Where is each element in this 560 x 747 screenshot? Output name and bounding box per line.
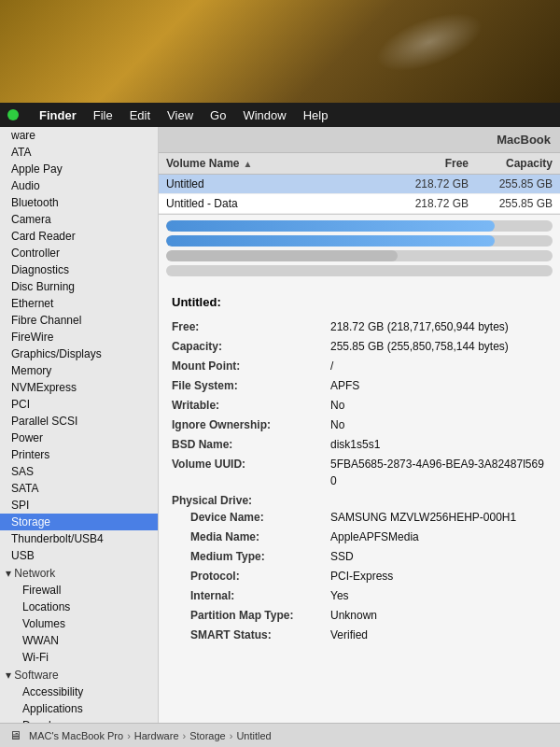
bar-fill-3 [166,250,398,261]
detail-row-1: Capacity:255.85 GB (255,850,758,144 byte… [172,338,547,355]
bar-row-1 [166,220,553,232]
menu-go[interactable]: Go [210,108,226,122]
volume-row-0[interactable]: Untitled 218.72 GB 255.85 GB [159,175,560,194]
volume-row-1[interactable]: Untitled - Data 218.72 GB 255.85 GB [159,194,560,214]
sidebar-item-accessibility[interactable]: Accessibility [0,684,158,700]
bar-track-1 [166,220,553,232]
bar-track-3 [166,250,553,261]
volume-table-header: Volume Name ▲ Free Capacity [159,153,560,175]
sidebar-item-memory[interactable]: Memory [0,362,158,379]
detail-row-physical-drive: Physical Drive: [172,492,547,509]
sidebar-item-sata[interactable]: SATA [0,480,158,497]
physical-drive-row-6: SMART Status:Verified [172,627,547,643]
physical-drive-rows: Device Name:SAMSUNG MZVLW256HEHP-000H1Me… [172,509,547,643]
sidebar-section-header-26[interactable]: ▾ Network [0,564,158,582]
window-titlebar: MacBook [159,127,560,153]
sidebar-item-bluetooth[interactable]: Bluetooth [0,194,158,211]
sidebar-item-firewire[interactable]: FireWire [0,329,158,345]
physical-drive-row-4: Internal:Yes [172,587,547,604]
sidebar-item-usb[interactable]: USB [0,547,158,564]
detail-row-3: File System:APFS [172,377,547,394]
menu-view[interactable]: View [167,108,193,122]
breadcrumb-item-2[interactable]: Storage [189,730,226,741]
col-name: Volume Name ▲ [166,157,385,170]
volume-cap-1: 255.85 GB [469,197,553,210]
detail-row-5: Ignore Ownership:No [172,416,547,433]
sidebar-item-audio[interactable]: Audio [0,177,158,194]
detail-row-2: Mount Point:/ [172,358,547,374]
bar-row-2 [166,235,553,247]
detail-row-6: BSD Name:disk1s5s1 [172,436,547,453]
sidebar-item-printers[interactable]: Printers [0,446,158,463]
sidebar-item-firewall[interactable]: Firewall [0,582,158,599]
volume-rows: Untitled 218.72 GB 255.85 GB Untitled - … [159,175,560,214]
menu-edit[interactable]: Edit [130,108,150,122]
computer-icon: 🖥 [9,728,21,742]
volume-cap-0: 255.85 GB [469,177,553,190]
sidebar-section-header-32[interactable]: ▾ Software [0,666,158,684]
detail-row-4: Writable:No [172,397,547,414]
physical-drive-row-0: Device Name:SAMSUNG MZVLW256HEHP-000H1 [172,509,547,526]
bar-track-4 [166,265,553,276]
sidebar-item-fibre-channel[interactable]: Fibre Channel [0,312,158,329]
menu-help[interactable]: Help [303,108,329,122]
menu-app-name: Finder [39,108,77,122]
sidebar-item-camera[interactable]: Camera [0,211,158,228]
col-capacity: Capacity [469,157,553,170]
physical-drive-row-2: Medium Type:SSD [172,548,547,565]
sidebar-item-thunderbolt-usb4[interactable]: Thunderbolt/USB4 [0,530,158,547]
volume-table: Volume Name ▲ Free Capacity Untitled 218… [159,153,560,215]
bar-row-3 [166,250,553,261]
sidebar-item-parallel-scsi[interactable]: Parallel SCSI [0,413,158,430]
detail-title: Untitled: [172,295,547,309]
breadcrumb-item-3[interactable]: Untitled [236,730,271,741]
sidebar-item-power[interactable]: Power [0,430,158,446]
storage-bars [159,215,560,286]
detail-rows: Free:218.72 GB (218,717,650,944 bytes)Ca… [172,318,547,509]
sidebar-item-applications[interactable]: Applications [0,700,158,717]
menu-file[interactable]: File [93,108,113,122]
breadcrumb-item-0[interactable]: MAC's MacBook Pro [29,730,123,741]
sidebar-item-developer[interactable]: Developer [0,717,158,723]
sidebar-item-graphics-displays[interactable]: Graphics/Displays [0,345,158,362]
bar-track-2 [166,235,553,247]
photo-background [0,0,560,103]
sidebar-item-diagnostics[interactable]: Diagnostics [0,261,158,278]
sidebar-item-ethernet[interactable]: Ethernet [0,295,158,312]
detail-row-0: Free:218.72 GB (218,717,650,944 bytes) [172,318,547,335]
sidebar-item-pci[interactable]: PCI [0,396,158,413]
sidebar-item-ata[interactable]: ATA [0,144,158,161]
sidebar-item-volumes[interactable]: Volumes [0,615,158,632]
sidebar-item-ware[interactable]: ware [0,127,158,144]
traffic-light-green[interactable] [7,109,19,120]
menu-bar: Finder File Edit View Go Window Help [0,103,560,127]
menu-window[interactable]: Window [243,108,286,122]
bar-fill-2 [166,235,495,247]
sidebar-item-locations[interactable]: Locations [0,599,158,615]
sidebar-item-card-reader[interactable]: Card Reader [0,228,158,245]
sidebar-item-nvmexpress[interactable]: NVMExpress [0,379,158,396]
sidebar-item-storage[interactable]: Storage [0,514,158,530]
physical-drive-row-5: Partition Map Type:Unknown [172,607,547,624]
physical-drive-row-1: Media Name:AppleAPFSMedia [172,529,547,545]
bar-fill-1 [166,220,495,232]
sidebar-item-wi-fi[interactable]: Wi-Fi [0,649,158,666]
window-title: MacBook [497,133,551,147]
col-free: Free [385,157,469,170]
sidebar-item-wwan[interactable]: WWAN [0,632,158,649]
volume-name-1: Untitled - Data [166,197,385,210]
volume-free-0: 218.72 GB [385,177,469,190]
sidebar-item-spi[interactable]: SPI [0,497,158,514]
physical-drive-row-3: Protocol:PCI-Express [172,568,547,585]
sidebar-item-disc-burning[interactable]: Disc Burning [0,278,158,295]
volume-name-0: Untitled [166,177,385,190]
sidebar-item-sas[interactable]: SAS [0,463,158,480]
detail-section: Untitled: Free:218.72 GB (218,717,650,94… [159,286,560,723]
sidebar-item-apple-pay[interactable]: Apple Pay [0,161,158,177]
detail-row-7: Volume UUID:5FBA5685-2873-4A96-BEA9-3A82… [172,456,547,489]
breadcrumb-item-1[interactable]: Hardware [134,730,179,741]
content-area: MacBook Volume Name ▲ Free Capacity Unti… [159,127,560,723]
sidebar-item-controller[interactable]: Controller [0,245,158,261]
breadcrumb-bar: 🖥 MAC's MacBook Pro › Hardware › Storage… [0,723,560,747]
sort-arrow: ▲ [243,159,252,169]
